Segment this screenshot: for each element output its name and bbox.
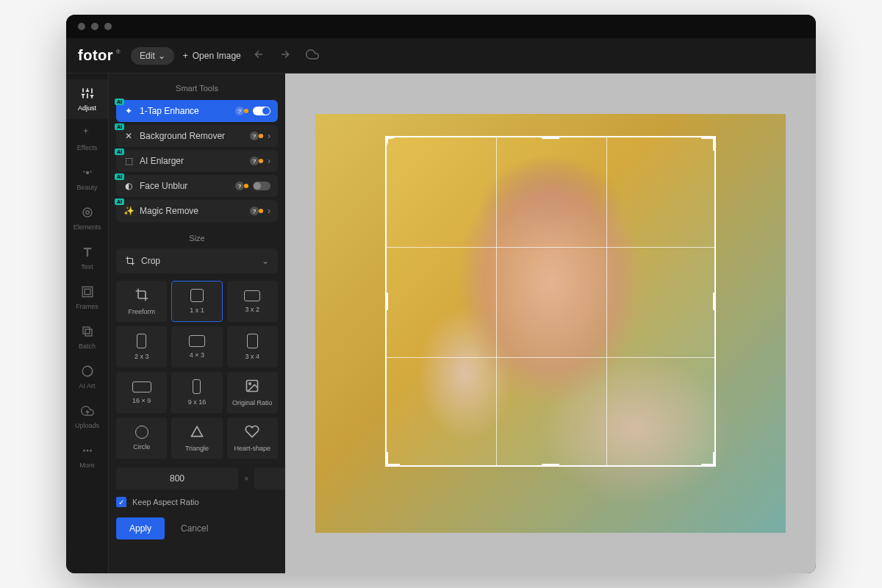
sidebar-item-label: Effects (77, 144, 97, 151)
ratio-label: Freeform (128, 308, 155, 315)
ratio-triangle[interactable]: Triangle (171, 417, 222, 459)
crop-handle-left[interactable] (385, 293, 388, 310)
ratio-shape-icon (193, 379, 201, 394)
sidebar-item-beauty[interactable]: Beauty (66, 159, 108, 198)
width-input[interactable] (116, 467, 238, 490)
chevron-right-icon: › (268, 131, 270, 141)
uploads-icon (81, 404, 94, 419)
svg-rect-14 (82, 287, 93, 297)
ratio-9-x-16[interactable]: 9 x 16 (171, 372, 222, 413)
tool-magic-remove[interactable]: AI✨Magic Remove?› (116, 200, 278, 222)
sidebar-item-frames[interactable]: Frames (66, 278, 108, 318)
tool-1-tap-enhance[interactable]: AI✦1-Tap Enhance? (116, 100, 278, 122)
ratio-shape-icon (247, 334, 258, 348)
ratio-label: Heart-shape (234, 445, 271, 452)
ratio-shape-icon (189, 335, 205, 347)
help-icon[interactable]: ? (250, 207, 259, 215)
ratio-shape-icon (244, 290, 260, 301)
crop-handle-bl[interactable] (385, 452, 400, 467)
tool-toggle[interactable] (253, 107, 270, 115)
crop-handle-bottom[interactable] (542, 464, 559, 467)
cloud-icon[interactable] (303, 45, 322, 67)
smart-tools-header: Smart Tools (116, 79, 278, 100)
ratio-circle[interactable]: Circle (116, 417, 167, 459)
apply-button[interactable]: Apply (116, 517, 165, 539)
crop-handle-tl[interactable] (385, 136, 400, 151)
actions-row: Apply Cancel (116, 517, 278, 539)
sidebar-item-uploads[interactable]: Uploads (66, 397, 108, 437)
adjust-panel: Smart Tools AI✦1-Tap Enhance?AI✕Backgrou… (109, 74, 285, 573)
ratio-1-x-1[interactable]: 1 x 1 (171, 281, 222, 322)
sidebar-item-more[interactable]: More (66, 437, 108, 476)
ratio-2-x-3[interactable]: 2 x 3 (116, 326, 167, 368)
help-icon[interactable]: ? (250, 157, 259, 165)
ratio-shape-icon (135, 426, 148, 439)
svg-rect-17 (85, 329, 92, 336)
edit-dropdown[interactable]: Edit ⌄ (131, 47, 174, 65)
sidebar-item-batch[interactable]: Batch (66, 318, 108, 357)
tool-label: 1-Tap Enhance (140, 106, 232, 116)
app-window: fotor Edit ⌄ + Open Image AdjustEffectsB… (66, 15, 816, 573)
chevron-right-icon: › (268, 206, 270, 216)
ratio-3-x-4[interactable]: 3 x 4 (227, 326, 278, 368)
crop-handle-br[interactable] (701, 452, 716, 467)
ratio-freeform[interactable]: Freeform (116, 281, 167, 322)
tool-face-unblur[interactable]: AI◐Face Unblur? (116, 175, 278, 197)
sidebar-item-label: Frames (76, 303, 98, 310)
sidebar-item-elements[interactable]: Elements (66, 198, 108, 238)
crop-handle-tr[interactable] (701, 136, 716, 151)
help-icon[interactable]: ? (235, 107, 244, 115)
tool-background-remover[interactable]: AI✕Background Remover?› (116, 125, 278, 147)
sidebar-item-label: AI Art (79, 382, 95, 390)
ai-badge: AI (115, 123, 124, 130)
svg-point-12 (83, 208, 92, 217)
height-input[interactable] (254, 467, 285, 490)
window-close-dot[interactable] (78, 23, 85, 30)
ratio-3-x-2[interactable]: 3 x 2 (227, 281, 278, 322)
sidebar-item-text[interactable]: Text (66, 238, 108, 278)
tool-icon: ✨ (123, 206, 134, 216)
edit-label: Edit (140, 51, 155, 61)
window-max-dot[interactable] (104, 23, 112, 30)
svg-rect-16 (83, 327, 90, 334)
tool-ai-enlarger[interactable]: AI⬚AI Enlarger?› (116, 150, 278, 172)
ratio-label: 4 × 3 (190, 351, 204, 359)
ratio-original-ratio[interactable]: Original Ratio (227, 372, 278, 413)
tool-label: Magic Remove (140, 206, 247, 216)
svg-point-19 (83, 450, 85, 452)
svg-point-23 (249, 383, 251, 385)
sidebar-item-effects[interactable]: Effects (66, 119, 108, 159)
ratio-16-9[interactable]: 16 × 9 (116, 372, 167, 413)
crop-dropdown[interactable]: Crop ⌄ (116, 248, 278, 273)
ratio-label: 3 x 4 (245, 353, 260, 360)
crop-handle-right[interactable] (713, 293, 716, 310)
crop-handle-top[interactable] (542, 136, 559, 139)
help-icon[interactable]: ? (235, 182, 244, 190)
svg-point-21 (90, 450, 92, 452)
keep-aspect-checkbox[interactable]: ✓ (116, 497, 126, 507)
ratio-shape-icon (245, 424, 259, 440)
help-icon[interactable]: ? (250, 132, 259, 140)
tool-icon: ✕ (123, 131, 134, 141)
svg-rect-15 (85, 289, 90, 295)
window-min-dot[interactable] (91, 23, 98, 30)
keep-aspect-row[interactable]: ✓ Keep Aspect Ratio (116, 497, 278, 507)
ai-badge: AI (115, 98, 124, 105)
adjust-icon (81, 87, 94, 101)
forward-button[interactable] (276, 46, 294, 66)
ratio-label: 16 × 9 (132, 397, 151, 404)
sidebar-item-label: Text (81, 263, 93, 270)
ratio-heart-shape[interactable]: Heart-shape (227, 417, 278, 459)
crop-icon (125, 256, 135, 266)
back-button[interactable] (250, 46, 268, 66)
aiart-icon (81, 365, 94, 379)
tool-toggle[interactable] (253, 182, 270, 190)
canvas[interactable] (315, 114, 786, 533)
cancel-button[interactable]: Cancel (171, 517, 218, 539)
sidebar-item-adjust[interactable]: Adjust (66, 79, 108, 119)
crop-overlay[interactable] (385, 136, 716, 467)
sidebar-item-aiart[interactable]: AI Art (66, 357, 108, 397)
ai-badge: AI (115, 198, 124, 205)
open-image-button[interactable]: + Open Image (183, 51, 241, 61)
ratio-4-3[interactable]: 4 × 3 (171, 326, 222, 368)
